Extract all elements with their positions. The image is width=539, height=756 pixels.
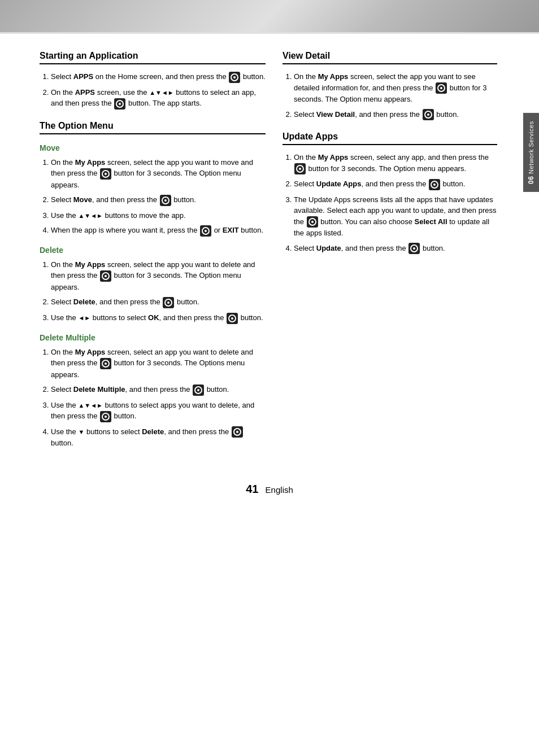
- update-apps-steps-list: On the My Apps screen, select any app, a…: [294, 152, 497, 254]
- delete-step-3: Use the ◄► buttons to select OK, and the…: [51, 312, 266, 324]
- move-step-3: Use the ▲▼◄► buttons to move the app.: [51, 210, 266, 221]
- delete-step-2: Select Delete, and then press the button…: [51, 296, 266, 308]
- delete-multiple-step-4: Use the ▼ buttons to select Delete, and …: [51, 426, 266, 449]
- move-step-4: When the app is where you want it, press…: [51, 225, 266, 237]
- update-apps-title: Update Apps: [282, 132, 497, 145]
- myapps-dm-1: My Apps: [75, 348, 106, 356]
- view-detail-step-1: On the My Apps screen, select the app yo…: [294, 71, 497, 105]
- delete-multiple-title: Delete Multiple: [40, 333, 266, 342]
- enter-button-ua-3: [307, 216, 318, 228]
- starting-step-1: Select APPS on the Home screen, and then…: [51, 71, 266, 83]
- enter-button-delete-2: [163, 297, 174, 308]
- enter-button-vd-1: [436, 82, 447, 94]
- arrows-delete-3: ◄►: [78, 314, 90, 321]
- delete-multiple-subsection: Delete Multiple On the My Apps screen, s…: [40, 333, 266, 449]
- page-language: English: [266, 485, 293, 495]
- move-step-2: Select Move, and then press the button.: [51, 194, 266, 206]
- top-decorative-bar: [0, 0, 539, 34]
- move-steps-list: On the My Apps screen, select the app yo…: [51, 157, 266, 237]
- enter-button-dm-4: [232, 426, 243, 438]
- enter-button-dm-2: [193, 384, 204, 396]
- right-column: View Detail On the My Apps screen, selec…: [282, 51, 497, 455]
- page-footer: 41 English: [0, 471, 539, 513]
- enter-button-vd-2: [423, 109, 434, 120]
- enter-button-ua-2: [429, 179, 440, 190]
- starting-application-section: Starting an Application Select APPS on t…: [40, 51, 266, 110]
- starting-application-title: Starting an Application: [40, 51, 266, 64]
- enter-button-delete-1: [100, 270, 111, 282]
- left-column: Starting an Application Select APPS on t…: [40, 51, 266, 455]
- exit-bold: EXIT: [223, 226, 239, 234]
- enter-button-icon-s2: [114, 98, 125, 110]
- update-apps-step-4: Select Update, and then press the button…: [294, 243, 497, 255]
- arrows-move-3: ▲▼◄►: [78, 212, 103, 219]
- move-bold: Move: [73, 195, 92, 204]
- update-apps-step-3: The Update Apps screens lists all the ap…: [294, 194, 497, 239]
- page-number: 41: [246, 483, 258, 495]
- starting-steps-list: Select APPS on the Home screen, and then…: [51, 71, 266, 110]
- myapps-delete-1: My Apps: [75, 260, 106, 269]
- delete-multiple-bold: Delete Multiple: [73, 385, 125, 394]
- update-apps-section: Update Apps On the My Apps screen, selec…: [282, 132, 497, 254]
- view-detail-section: View Detail On the My Apps screen, selec…: [282, 51, 497, 120]
- update-apps-step-1: On the My Apps screen, select any app, a…: [294, 152, 497, 174]
- view-detail-bold: View Detail: [316, 110, 355, 119]
- chapter-number: 06: [527, 176, 535, 184]
- enter-button-icon-s1: [229, 72, 240, 83]
- move-step-1: On the My Apps screen, select the app yo…: [51, 157, 266, 191]
- enter-button-dm-3: [100, 411, 111, 422]
- arrows-s2: ▲▼◄►: [149, 89, 174, 96]
- starting-step-2: On the APPS screen, use the ▲▼◄► buttons…: [51, 87, 266, 110]
- delete-bold: Delete: [73, 298, 95, 306]
- enter-button-move-1: [100, 168, 111, 180]
- enter-button-ua-4: [408, 243, 420, 254]
- move-title: Move: [40, 143, 266, 152]
- update-apps-bold: Update Apps: [316, 180, 362, 188]
- chapter-side-tab: 06 Network Services: [523, 113, 539, 192]
- main-content: Starting an Application Select APPS on t…: [0, 34, 539, 471]
- delete-subsection: Delete On the My Apps screen, select the…: [40, 246, 266, 324]
- view-detail-step-2: Select View Detail, and then press the b…: [294, 109, 497, 121]
- delete-step-1: On the My Apps screen, select the app yo…: [51, 259, 266, 293]
- delete-multiple-step-1: On the My Apps screen, select an app you…: [51, 347, 266, 381]
- delete-title: Delete: [40, 246, 266, 255]
- enter-button-delete-3: [227, 313, 238, 324]
- myapps-ua-1: My Apps: [318, 153, 349, 161]
- enter-button-ua-1: [294, 163, 306, 174]
- option-menu-section: The Option Menu Move On the My Apps scre…: [40, 121, 266, 449]
- apps-bold-2: APPS: [75, 88, 95, 97]
- delete-multiple-steps-list: On the My Apps screen, select an app you…: [51, 347, 266, 449]
- option-menu-title: The Option Menu: [40, 121, 266, 134]
- delete-bold-dm: Delete: [142, 427, 164, 436]
- apps-bold-1: APPS: [73, 72, 93, 81]
- chapter-title: Network Services: [528, 121, 534, 174]
- arrows-dm-4: ▼: [78, 429, 84, 435]
- select-all-bold: Select All: [415, 217, 447, 226]
- update-bold: Update: [316, 244, 341, 252]
- view-detail-steps-list: On the My Apps screen, select the app yo…: [294, 71, 497, 120]
- enter-button-dm-1: [100, 358, 111, 369]
- move-subsection: Move On the My Apps screen, select the a…: [40, 143, 266, 237]
- delete-multiple-step-3: Use the ▲▼◄► buttons to select apps you …: [51, 400, 266, 422]
- update-apps-step-2: Select Update Apps, and then press the b…: [294, 178, 497, 190]
- ok-bold: OK: [148, 313, 159, 322]
- enter-button-move-2: [160, 195, 171, 206]
- myapps-move-1: My Apps: [75, 158, 106, 167]
- delete-multiple-step-2: Select Delete Multiple, and then press t…: [51, 384, 266, 396]
- arrows-dm-3: ▲▼◄►: [78, 402, 103, 409]
- enter-button-move-4: [200, 225, 211, 237]
- view-detail-title: View Detail: [282, 51, 497, 64]
- myapps-vd-1: My Apps: [318, 72, 349, 81]
- delete-steps-list: On the My Apps screen, select the app yo…: [51, 259, 266, 324]
